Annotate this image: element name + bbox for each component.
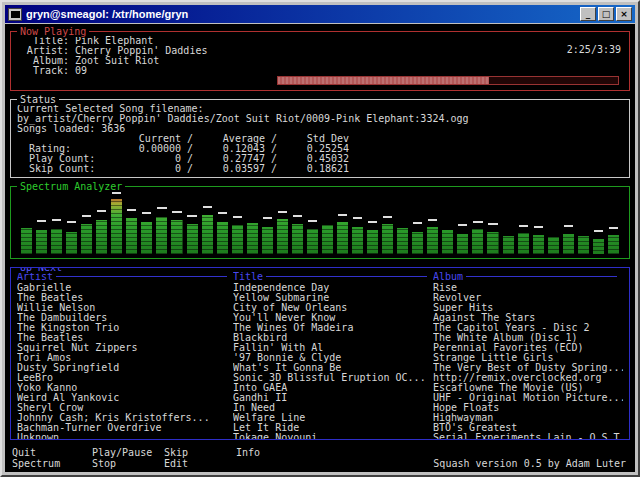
menu-item-info[interactable]: Info: [236, 447, 260, 458]
playlist-artist-cell: Yoko Kanno: [17, 383, 233, 393]
playlist-row[interactable]: The Kingston TrioThe Wines Of MadeiraThe…: [17, 323, 623, 333]
spectrum-bar-fill: [487, 232, 498, 254]
status-panel: Status Current Selected Song filename: b…: [10, 99, 630, 178]
spectrum-bar-fill: [352, 227, 363, 254]
playlist-album-cell: Rise: [433, 283, 623, 293]
spectrum-bar-fill: [337, 222, 348, 254]
terminal-window-icon: [8, 8, 22, 21]
spectrum-peak-marker: [218, 212, 227, 214]
playlist-album-cell: http://remix.overclocked.org: [433, 373, 623, 383]
spectrum-bar-fill: [51, 229, 62, 254]
spectrum-peak-marker: [368, 221, 377, 223]
playlist-rows: GabrielleIndependence DayRiseThe Beatles…: [17, 283, 623, 440]
stat-value: 0: [105, 154, 181, 164]
spectrum-peak-marker: [97, 210, 106, 212]
spectrum-peak-marker: [233, 216, 242, 218]
minimize-button[interactable]: _: [580, 7, 596, 21]
titlebar[interactable]: gryn@smeagol: /xtr/home/gryn _ □ ×: [5, 5, 635, 23]
playlist-album-cell: UHF - Original Motion Picture...: [433, 393, 623, 403]
maximize-button[interactable]: □: [598, 7, 614, 21]
progress-bar: [277, 76, 619, 85]
up-next-label: Up Next: [17, 267, 65, 273]
playlist-row[interactable]: Yoko KannoInto GAEAEscaflowne The Movie …: [17, 383, 623, 393]
playlist-artist-cell: Tori Amos: [17, 353, 233, 363]
close-button[interactable]: ×: [616, 7, 632, 21]
spectrum-bar: [607, 192, 620, 254]
playlist-row[interactable]: Squirrel Nut ZippersFallin' With AlPeren…: [17, 343, 623, 353]
spectrum-peak-marker: [338, 214, 347, 216]
stat-value: 0.00000: [105, 144, 181, 154]
menu-item-quit[interactable]: Quit: [12, 447, 36, 458]
spectrum-bar-fill: [126, 218, 137, 254]
spectrum-bar: [216, 192, 229, 254]
playlist-row[interactable]: Weird Al YankovicGandhi IIUHF - Original…: [17, 393, 623, 403]
playlist-row[interactable]: Tori Amos'97 Bonnie & ClydeStrange Littl…: [17, 353, 623, 363]
playlist-row[interactable]: UnknownTokage NoyouniSerial Experiments …: [17, 433, 623, 440]
menu-item-play-pause[interactable]: Play/Pause: [92, 447, 152, 458]
playlist-album-cell: Highwayman: [433, 413, 623, 423]
spectrum-peak-marker: [308, 220, 317, 222]
playlist-album-cell: BTO's Greatest: [433, 423, 623, 433]
playlist-row[interactable]: The BeatlesYellow SubmarineRevolver: [17, 293, 623, 303]
spectrum-peak-marker: [383, 216, 392, 218]
spectrum-bar: [441, 192, 454, 254]
spectrum-bar-fill: [397, 228, 408, 254]
playlist-row[interactable]: Johnny Cash; Kris Kristoffers...Welfare …: [17, 413, 623, 423]
playlist-album-cell: The White Album (Disc 1): [433, 333, 623, 343]
playlist-row[interactable]: Willie NelsonCity of New OrleansSuper Hi…: [17, 303, 623, 313]
spectrum-bar: [396, 192, 409, 254]
spectrum-bar-fill: [503, 236, 514, 254]
spectrum-bar-fill: [472, 229, 483, 254]
spectrum-analyzer-panel: Spectrum Analyzer: [10, 186, 630, 259]
playlist-row[interactable]: LeeBroSonic 3D Blissful Eruption OC...ht…: [17, 373, 623, 383]
spectrum-peak-marker: [564, 225, 573, 227]
playlist-album-cell: The Capitol Years - Disc 2: [433, 323, 623, 333]
stat-row-label: Skip Count:: [17, 164, 105, 174]
now-playing-label: Now Playing: [17, 26, 89, 37]
spectrum-bar-fill: [382, 224, 393, 254]
spectrum-bar-fill: [141, 222, 152, 254]
spectrum-peak-marker: [488, 223, 497, 225]
stat-value: 0.18621: [283, 164, 349, 174]
spectrum-bar: [170, 192, 183, 254]
playlist-row[interactable]: Dusty SpringfieldWhat's It Gonna BeThe V…: [17, 363, 623, 373]
playlist-title-cell: Sonic 3D Blissful Eruption OC...: [233, 373, 433, 383]
spectrum-peak-marker: [594, 230, 603, 232]
playlist-artist-cell: Weird Al Yankovic: [17, 393, 233, 403]
spectrum-bar-fill: [322, 225, 333, 254]
spectrum-bar: [35, 192, 48, 254]
up-next-panel: Up Next Artist Title Album GabrielleInde…: [10, 267, 630, 440]
header-rule: [56, 276, 227, 277]
menu-item-edit[interactable]: Edit: [164, 458, 188, 469]
spectrum-peak-marker: [127, 209, 136, 211]
playlist-row[interactable]: The BeatlesBlackbirdThe White Album (Dis…: [17, 333, 623, 343]
spectrum-bar-fill: [156, 217, 167, 254]
spectrum-bar-fill: [111, 199, 122, 254]
now-playing-panel: Now Playing Title: Pink Elephant Artist:…: [10, 31, 630, 91]
playlist-artist-cell: Willie Nelson: [17, 303, 233, 313]
playlist-row[interactable]: The DambuildersYou'll Never KnowAgainst …: [17, 313, 623, 323]
menu-item-skip[interactable]: Skip: [164, 447, 188, 458]
menu-item-stop[interactable]: Stop: [92, 458, 116, 469]
spectrum-bar-fill: [563, 234, 574, 254]
spectrum-peak-marker: [52, 219, 61, 221]
title-column-header: Title: [233, 271, 433, 282]
spectrum-bar-fill: [96, 220, 107, 254]
spectrum-bar: [261, 192, 274, 254]
spectrum-peak-marker: [157, 207, 166, 209]
playlist-row[interactable]: Sheryl CrowIn NeedHope Floats: [17, 403, 623, 413]
playlist-row[interactable]: Bachman-Turner OverdriveLet It RideBTO's…: [17, 423, 623, 433]
menu-item-spectrum[interactable]: Spectrum: [12, 458, 60, 469]
header-rule: [266, 276, 427, 277]
spectrum-bar: [50, 192, 63, 254]
playlist-row[interactable]: GabrielleIndependence DayRise: [17, 283, 623, 293]
titlebar-buttons: _ □ ×: [580, 7, 632, 21]
app-window: gryn@smeagol: /xtr/home/gryn _ □ × Now P…: [0, 0, 640, 477]
spectrum-peak-marker: [142, 212, 151, 214]
spectrum-bar: [140, 192, 153, 254]
spectrum-bar-fill: [81, 224, 92, 254]
spectrum-bar: [110, 192, 123, 254]
spectrum-bar-fill: [548, 237, 559, 254]
spectrum-bar: [291, 192, 304, 254]
spectrum-bar: [95, 192, 108, 254]
